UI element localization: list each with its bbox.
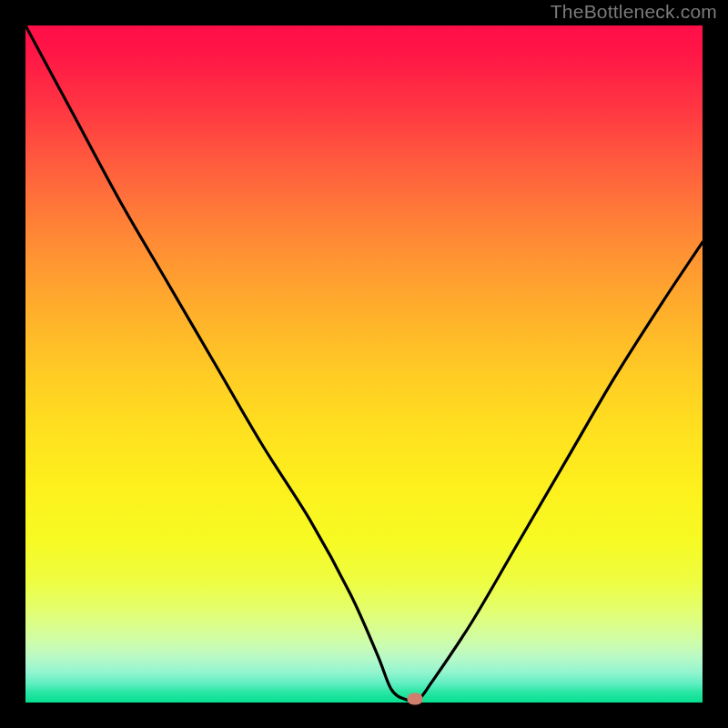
- bottleneck-curve: [25, 25, 703, 701]
- plot-area: [25, 25, 703, 703]
- curve-svg: [25, 25, 703, 703]
- minimum-marker: [407, 693, 422, 705]
- watermark-text: TheBottleneck.com: [551, 1, 717, 23]
- chart-container: TheBottleneck.com: [0, 0, 728, 728]
